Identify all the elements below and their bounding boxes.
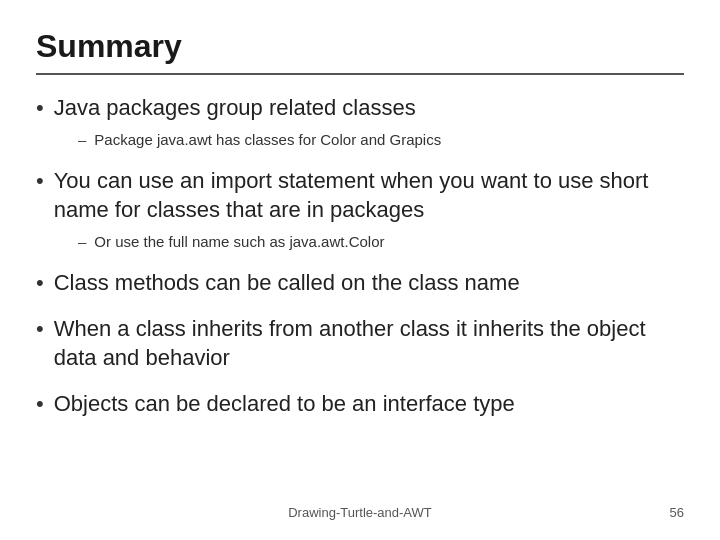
sub-bullet-dash-2: – — [78, 233, 86, 250]
bullet-item-3: • Class methods can be called on the cla… — [36, 268, 684, 298]
bullet-dot-3: • — [36, 270, 44, 296]
bullet-text-5: Objects can be declared to be an interfa… — [54, 389, 515, 419]
footer-label: Drawing-Turtle-and-AWT — [288, 505, 432, 520]
sub-bullet-item-1: – Package java.awt has classes for Color… — [78, 129, 684, 150]
bullet-item-1: • Java packages group related classes — [36, 93, 684, 123]
slide: Summary • Java packages group related cl… — [0, 0, 720, 540]
bullet-block-2: • You can use an import statement when y… — [36, 166, 684, 258]
sub-bullet-item-2: – Or use the full name such as java.awt.… — [78, 231, 684, 252]
bullet-block-1: • Java packages group related classes – … — [36, 93, 684, 156]
bullet-dot-4: • — [36, 316, 44, 342]
bullet-text-1: Java packages group related classes — [54, 93, 416, 123]
sub-bullet-text-1: Package java.awt has classes for Color a… — [94, 129, 441, 150]
bullet-text-2: You can use an import statement when you… — [54, 166, 684, 225]
bullet-dot-2: • — [36, 168, 44, 194]
bullet-item-5: • Objects can be declared to be an inter… — [36, 389, 684, 419]
bullet-item-2: • You can use an import statement when y… — [36, 166, 684, 225]
bullet-item-4: • When a class inherits from another cla… — [36, 314, 684, 373]
bullet-block-3: • Class methods can be called on the cla… — [36, 268, 684, 304]
footer-page: 56 — [670, 505, 684, 520]
bullet-block-5: • Objects can be declared to be an inter… — [36, 389, 684, 425]
slide-footer: Drawing-Turtle-and-AWT 56 — [36, 497, 684, 520]
bullet-dot-5: • — [36, 391, 44, 417]
slide-content: • Java packages group related classes – … — [36, 93, 684, 497]
sub-bullet-dash-1: – — [78, 131, 86, 148]
slide-title: Summary — [36, 28, 684, 75]
bullet-text-4: When a class inherits from another class… — [54, 314, 684, 373]
bullet-text-3: Class methods can be called on the class… — [54, 268, 520, 298]
sub-bullet-text-2: Or use the full name such as java.awt.Co… — [94, 231, 384, 252]
bullet-dot-1: • — [36, 95, 44, 121]
bullet-block-4: • When a class inherits from another cla… — [36, 314, 684, 379]
